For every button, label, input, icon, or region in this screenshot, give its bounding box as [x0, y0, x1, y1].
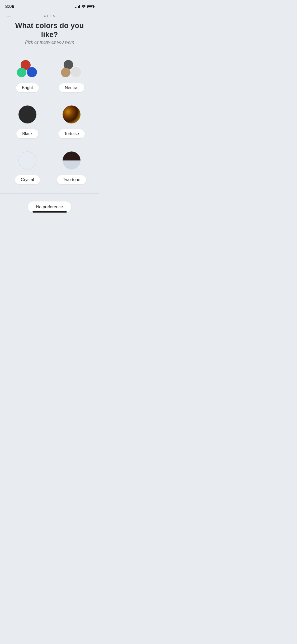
tortoise-circle-icon [63, 105, 81, 123]
step-indicator: 4 OF 5 [5, 14, 94, 18]
color-grid: Bright Neutral Black Tortoise Crystal [0, 50, 99, 193]
back-button[interactable]: ← [5, 12, 13, 21]
page-title: What colors do you like? [0, 20, 99, 40]
color-item-two-tone[interactable]: Two-tone [50, 145, 94, 191]
color-item-neutral[interactable]: Neutral [50, 53, 94, 99]
two-tone-label: Two-tone [57, 175, 86, 184]
bright-label: Bright [16, 83, 39, 92]
tortoise-visual [61, 104, 82, 125]
header: ← 4 OF 5 [0, 12, 99, 20]
neutral-circles-icon [61, 60, 82, 77]
wifi-icon [82, 4, 86, 9]
color-item-black[interactable]: Black [5, 99, 50, 145]
home-indicator [32, 211, 67, 213]
status-icons [75, 4, 94, 9]
color-item-tortoise[interactable]: Tortoise [50, 99, 94, 145]
page-subtitle: Pick as many as you want [0, 40, 99, 50]
color-item-bright[interactable]: Bright [5, 53, 50, 99]
no-preference-button[interactable]: No preference [28, 201, 71, 213]
crystal-visual [17, 150, 38, 171]
signal-icon [75, 5, 80, 8]
two-tone-visual [61, 150, 82, 171]
bright-circles-icon [17, 60, 38, 77]
crystal-label: Crystal [15, 175, 40, 184]
status-time: 8:06 [5, 4, 14, 9]
bright-visual [17, 58, 38, 79]
color-item-crystal[interactable]: Crystal [5, 145, 50, 191]
black-visual [17, 104, 38, 125]
two-tone-circle-icon [63, 151, 81, 169]
black-circle-icon [18, 105, 36, 123]
crystal-circle-icon [18, 151, 36, 169]
battery-icon [87, 5, 94, 8]
black-label: Black [16, 129, 38, 138]
status-bar: 8:06 [0, 0, 99, 12]
neutral-label: Neutral [59, 83, 84, 92]
tortoise-label: Tortoise [58, 129, 85, 138]
neutral-visual [61, 58, 82, 79]
